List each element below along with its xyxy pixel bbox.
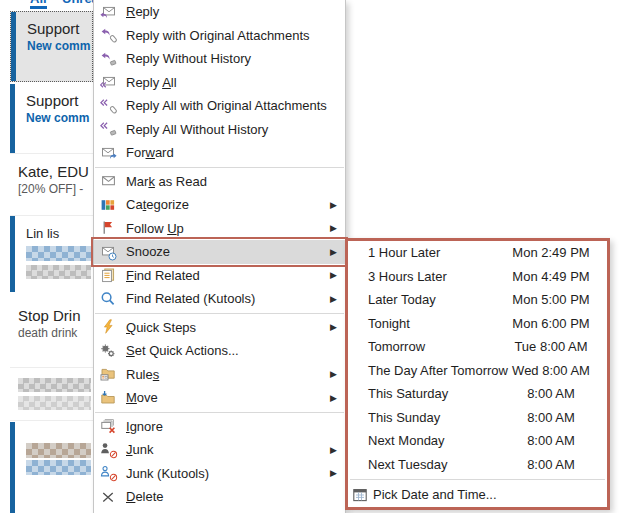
redacted-text — [26, 246, 91, 261]
snooze-option-label: The Day After Tomorrow — [368, 363, 508, 378]
unread-bar — [10, 84, 15, 153]
email-item[interactable] — [10, 369, 93, 421]
reply-all-no-history-icon — [99, 119, 119, 139]
menu-item-label: Follow Up — [126, 221, 184, 236]
menu-item-forward[interactable]: Forward — [94, 141, 345, 165]
unread-bar — [10, 216, 15, 292]
reply-attachment-icon — [99, 25, 119, 45]
email-sender: Support — [27, 19, 92, 38]
menu-item-label: Delete — [126, 489, 164, 504]
snooze-option-time: Mon 4:49 PM — [491, 269, 611, 284]
menu-item-label: Reply All with Original Attachments — [126, 98, 327, 113]
snooze-option-time: 8:00 AM — [491, 410, 611, 425]
snooze-option-next-tuesday[interactable]: Next Tuesday 8:00 AM — [348, 453, 607, 477]
menu-item-find-related-kutools[interactable]: Find Related (Kutools) ▶ — [94, 287, 345, 311]
menu-item-reply[interactable]: Reply — [94, 0, 345, 24]
menu-item-quick-steps[interactable]: Quick Steps ▶ — [94, 316, 345, 340]
snooze-option-next-monday[interactable]: Next Monday 8:00 AM — [348, 429, 607, 453]
menu-item-snooze[interactable]: Snooze ▶ — [94, 240, 345, 264]
menu-separator — [95, 167, 344, 168]
email-item[interactable]: Kate, EDU [20% OFF] - — [10, 155, 93, 216]
pick-date-time-label: Pick Date and Time... — [373, 487, 497, 502]
snooze-option-later-today[interactable]: Later Today Mon 5:00 PM — [348, 288, 607, 312]
menu-item-reply-all-without-history[interactable]: Reply All Without History — [94, 118, 345, 142]
menu-item-label: Ignore — [126, 419, 163, 434]
submenu-arrow-icon: ▶ — [330, 294, 345, 304]
email-sender: Stop Drin — [18, 306, 93, 325]
menu-item-label: Categorize — [126, 197, 189, 212]
submenu-arrow-icon: ▶ — [330, 270, 345, 280]
menu-item-label: Junk — [126, 442, 153, 457]
reply-no-history-icon — [99, 49, 119, 69]
snooze-option-label: Tomorrow — [368, 339, 425, 354]
menu-item-categorize[interactable]: Categorize ▶ — [94, 193, 345, 217]
menu-item-move[interactable]: Move ▶ — [94, 386, 345, 410]
email-item[interactable] — [10, 422, 93, 513]
ignore-stack-icon — [99, 416, 119, 436]
menu-item-label: Reply All — [126, 75, 177, 90]
menu-item-set-quick-actions[interactable]: Set Quick Actions... — [94, 339, 345, 363]
menu-item-label: Reply All Without History — [126, 122, 268, 137]
menu-item-rules[interactable]: Rules ▶ — [94, 363, 345, 387]
menu-item-junk[interactable]: Junk ▶ — [94, 438, 345, 462]
menu-item-follow-up[interactable]: Follow Up ▶ — [94, 217, 345, 241]
reply-all-attachment-icon — [99, 96, 119, 116]
submenu-arrow-icon: ▶ — [330, 223, 345, 233]
redacted-text — [26, 443, 91, 458]
menu-item-mark-as-read[interactable]: Mark as Read — [94, 170, 345, 194]
forward-icon — [99, 143, 119, 163]
menu-item-reply-all-with-original-attachments[interactable]: Reply All with Original Attachments — [94, 94, 345, 118]
tab-unread[interactable]: Unread — [62, 0, 93, 6]
active-tab-underline — [30, 6, 47, 9]
submenu-arrow-icon: ▶ — [330, 200, 345, 210]
menu-item-label: Rules — [126, 367, 159, 382]
menu-item-reply-without-history[interactable]: Reply Without History — [94, 47, 345, 71]
redacted-text — [26, 460, 91, 475]
snooze-option-1-hour-later[interactable]: 1 Hour Later Mon 2:49 PM — [348, 241, 607, 265]
redacted-text — [26, 265, 91, 279]
menu-item-find-related[interactable]: Find Related ▶ — [94, 264, 345, 288]
redacted-text — [18, 378, 91, 392]
snooze-option-tomorrow[interactable]: Tomorrow Tue 8:00 AM — [348, 335, 607, 359]
email-item[interactable]: Support New comm — [10, 84, 93, 154]
rules-folder-icon — [99, 364, 119, 384]
submenu-arrow-icon: ▶ — [330, 247, 345, 257]
snooze-option-time: Mon 5:00 PM — [491, 292, 611, 307]
lightning-icon — [99, 317, 119, 337]
snooze-option-this-sunday[interactable]: This Sunday 8:00 AM — [348, 406, 607, 430]
snooze-option-3-hours-later[interactable]: 3 Hours Later Mon 4:49 PM — [348, 265, 607, 289]
junk-person-icon — [99, 440, 119, 460]
email-preview: New comm — [27, 38, 92, 55]
menu-item-delete[interactable]: Delete — [94, 485, 345, 509]
menu-item-label: Reply — [126, 4, 159, 19]
snooze-option-time: Mon 2:49 PM — [491, 245, 611, 260]
menu-item-ignore[interactable]: Ignore — [94, 415, 345, 439]
snooze-option-this-saturday[interactable]: This Saturday 8:00 AM — [348, 382, 607, 406]
menu-item-label: Junk (Kutools) — [126, 466, 209, 481]
menu-item-reply-with-original-attachments[interactable]: Reply with Original Attachments — [94, 24, 345, 48]
submenu-arrow-icon: ▶ — [330, 468, 345, 478]
snooze-option-label: This Saturday — [368, 386, 448, 401]
snooze-option-day-after-tomorrow[interactable]: The Day After Tomorrow Wed 8:00 AM — [348, 359, 607, 383]
menu-item-reply-all[interactable]: Reply All — [94, 71, 345, 95]
snooze-option-label: Tonight — [368, 316, 410, 331]
calendar-icon — [351, 485, 369, 505]
context-menu: Reply Reply with Original Attachments Re… — [93, 0, 346, 513]
email-item[interactable]: Lin lis — [10, 216, 93, 292]
envelope-icon — [99, 171, 119, 191]
menu-item-label: Forward — [126, 145, 174, 160]
menu-item-junk-kutools[interactable]: Junk (Kutools) ▶ — [94, 462, 345, 486]
snooze-option-tonight[interactable]: Tonight Mon 6:00 PM — [348, 312, 607, 336]
pick-date-and-time-item[interactable]: Pick Date and Time... — [348, 483, 607, 507]
email-item-selected[interactable]: Support New comm — [10, 11, 93, 82]
email-sender: Lin lis — [26, 224, 93, 243]
snooze-submenu: 1 Hour Later Mon 2:49 PM 3 Hours Later M… — [345, 238, 610, 510]
reply-all-icon — [99, 72, 119, 92]
snooze-option-label: Next Tuesday — [368, 457, 448, 472]
junk-person-outline-icon — [99, 463, 119, 483]
menu-separator — [95, 412, 344, 413]
submenu-arrow-icon: ▶ — [330, 445, 345, 455]
delete-x-icon — [99, 487, 119, 507]
gears-icon — [99, 341, 119, 361]
email-item[interactable]: Stop Drin death drink — [10, 292, 93, 368]
